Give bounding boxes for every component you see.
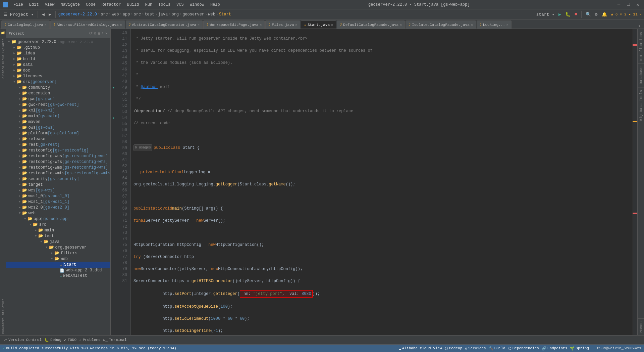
structure-tab[interactable]: Structure bbox=[1, 297, 6, 316]
cloud-explorer-tab[interactable]: Alibaba Cloud Explorer bbox=[1, 37, 6, 80]
bottom-tab-debug[interactable]: 🐛 Debug bbox=[43, 337, 63, 343]
codeup-item[interactable]: ⬡ Codeup bbox=[445, 346, 463, 351]
menu-help[interactable]: Help bbox=[208, 2, 223, 8]
tree-item-src[interactable]: ▼ 📂 src [geoserver] bbox=[6, 79, 110, 85]
tree-item-wcs[interactable]: ▶ 📂 wcs [gs-wcs] bbox=[6, 187, 110, 193]
expand-all-btn[interactable]: ⇅ bbox=[98, 31, 100, 36]
tree-item-app[interactable]: ▼ 📂 app [gs-web-app] bbox=[6, 216, 110, 222]
tab-catalogimpl[interactable]: J CatalogImpl.java ✕ bbox=[1, 20, 50, 29]
tree-item-build[interactable]: ▶ 📂 build bbox=[6, 56, 110, 62]
database-panel-tab[interactable]: Database bbox=[638, 63, 644, 87]
annotation-error-1[interactable] bbox=[633, 44, 637, 46]
settings-button[interactable]: ⚙ bbox=[594, 11, 599, 18]
maximize-button[interactable]: □ bbox=[625, 1, 632, 8]
tab-close[interactable]: ✕ bbox=[471, 23, 473, 27]
tree-item-security[interactable]: ▶ 📂 security [gs-security] bbox=[6, 176, 110, 182]
tree-item-data[interactable]: ▶ 📂 data bbox=[6, 62, 110, 68]
tree-item-rest[interactable]: ▶ 📂 rest [gs-rest] bbox=[6, 142, 110, 147]
tab-close[interactable]: ✕ bbox=[260, 23, 262, 27]
collapse-all-btn[interactable]: ↕ bbox=[102, 31, 104, 36]
tab-isolatedcatalogfacade[interactable]: J IsolatedCatalogFacade.java ✕ bbox=[406, 20, 476, 29]
endpoints-item[interactable]: 🔗 Endpoints bbox=[542, 346, 567, 351]
tree-item-restconfig[interactable]: ▶ 📂 restconfig [gs-restconfig] bbox=[6, 147, 110, 153]
tree-item-restconfig-wms[interactable]: ▶ 📂 restconfig-wms [gs-restconfig-wms] bbox=[6, 165, 110, 170]
bottom-tab-terminal[interactable]: ▶_ Terminal bbox=[102, 337, 128, 343]
breadcrumb-part-3[interactable]: web bbox=[112, 12, 119, 17]
tree-item-gwc-rest[interactable]: ▶ 📂 gwc-rest [gs-gwc-rest] bbox=[6, 102, 110, 107]
breadcrumb-part-7[interactable]: java bbox=[158, 12, 168, 17]
tree-item-ows[interactable]: ▶ 📂 ows [gs-ows] bbox=[6, 125, 110, 130]
tree-item-kml[interactable]: ▶ 📂 kml [gs-kml] bbox=[6, 107, 110, 113]
tree-item-org-geoserver[interactable]: ▼ 📂 org.geoserver bbox=[6, 245, 110, 250]
stop-button[interactable]: ■ bbox=[573, 11, 579, 17]
tree-item-idea[interactable]: ▶ 📂 .idea bbox=[6, 50, 110, 56]
tree-item-filters[interactable]: ▶ 📂 filters bbox=[6, 250, 110, 256]
notifications-button[interactable]: 🔔 bbox=[600, 11, 608, 18]
tree-item-github[interactable]: ▶ 📂 .github bbox=[6, 45, 110, 50]
gutter-54[interactable]: ▶ bbox=[111, 115, 117, 121]
usages-badge[interactable]: 6 usages bbox=[133, 144, 152, 151]
breadcrumb-part-6[interactable]: test bbox=[145, 12, 154, 17]
toolbar-back[interactable]: ◀ bbox=[41, 11, 46, 18]
tree-item-java[interactable]: ▼ 📂 java bbox=[6, 239, 110, 245]
menu-vcs[interactable]: VCS bbox=[174, 2, 186, 8]
tree-item-app-src[interactable]: ▼ 📂 src bbox=[6, 222, 110, 227]
tree-item-app-test[interactable]: ▼ 📂 test bbox=[6, 233, 110, 239]
menu-tools[interactable]: Tools bbox=[156, 2, 173, 8]
window-controls[interactable]: ─ □ ✕ bbox=[615, 1, 641, 8]
menu-file[interactable]: File bbox=[11, 2, 26, 8]
tree-item-main[interactable]: ▶ 📂 main [gs-main] bbox=[6, 113, 110, 119]
dependencies-item[interactable]: ⬡ Dependencies bbox=[508, 346, 539, 351]
tab-close[interactable]: ✕ bbox=[506, 23, 508, 27]
tab-close[interactable]: ✕ bbox=[198, 23, 200, 27]
breadcrumb-part-5[interactable]: src bbox=[134, 12, 141, 17]
run-config-dropdown[interactable]: start ▾ bbox=[535, 11, 556, 18]
build-item[interactable]: 🔨 Build bbox=[489, 346, 505, 351]
tab-more[interactable]: ▾ bbox=[636, 24, 643, 29]
tree-item-web-inner[interactable]: ▼ 📂 web bbox=[6, 256, 110, 262]
services-item[interactable]: ⚙ Services bbox=[465, 346, 486, 351]
tree-item-dtd[interactable]: ▶ 📄 web-app_2_3.dtd bbox=[6, 268, 110, 273]
settings-btn[interactable]: ⚙ bbox=[94, 31, 96, 36]
tab-close[interactable]: ✕ bbox=[295, 23, 297, 27]
bigdata-panel-tab[interactable]: Big Data Tools bbox=[638, 87, 644, 124]
project-tab[interactable]: 📁 bbox=[1, 29, 6, 37]
tree-item-platform[interactable]: ▶ 📂 platform [gs-platform] bbox=[6, 130, 110, 136]
tree-item-extension[interactable]: ▶ 📂 extension bbox=[6, 90, 110, 96]
project-dropdown[interactable]: ☰ Project ▾ bbox=[2, 11, 35, 18]
breadcrumb-part-11[interactable]: Start bbox=[219, 12, 231, 17]
close-button[interactable]: ✕ bbox=[635, 1, 641, 8]
tree-item-restconfig-wmts[interactable]: ▶ 📂 restconfig-wmts [gs-restconfig-wmts] bbox=[6, 170, 110, 176]
tab-abstractfilteredcatalog[interactable]: J AbstractFilteredCatalog.java ✕ bbox=[50, 20, 125, 29]
tree-item-restconfig-wfs[interactable]: ▶ 📂 restconfig-wfs [gs-restconfig-wfs] bbox=[6, 159, 110, 165]
tab-close[interactable]: ✕ bbox=[400, 23, 402, 27]
tree-item-target[interactable]: ▶ 📂 target bbox=[6, 182, 110, 187]
tab-abstractcatalogdecorator[interactable]: J AbstractCatalogDecorator.java ✕ bbox=[126, 20, 203, 29]
tab-locking[interactable]: J Locking... ✕ bbox=[477, 20, 512, 29]
breadcrumb-part-2[interactable]: src bbox=[101, 12, 108, 17]
search-everywhere[interactable]: 🔍 bbox=[584, 11, 592, 18]
menu-code[interactable]: Code bbox=[83, 2, 98, 8]
tree-item-maven[interactable]: ▶ 📂 maven bbox=[6, 119, 110, 125]
breadcrumb-part-1[interactable]: geoserver-2.22.0 bbox=[58, 12, 97, 17]
tree-item-wcs10[interactable]: ▶ 📂 wcs1_0 [gs-wcs1_0] bbox=[6, 193, 110, 199]
tree-item-wcs11[interactable]: ▶ 📂 wcs1_1 [gs-wcs1_1] bbox=[6, 199, 110, 205]
gutter-49[interactable]: ▶ bbox=[111, 85, 117, 91]
tab-workspaceeditpage[interactable]: J WorkspaceEditPage.java ✕ bbox=[203, 20, 265, 29]
tree-item-app-main[interactable]: ▶ 📂 main bbox=[6, 227, 110, 233]
code-content[interactable]: * Jetty starter, will run geoserver insi… bbox=[131, 29, 633, 335]
bookmarks-tab[interactable]: Bookmarks bbox=[1, 316, 6, 335]
debug-button[interactable]: 🐛 bbox=[564, 11, 572, 18]
bottom-tab-problems[interactable]: ⚠ Problems bbox=[78, 337, 102, 343]
tab-defaultcatalogfacade[interactable]: J DefaultCatalogFacade.java ✕ bbox=[337, 20, 405, 29]
toolbar-forward[interactable]: ▶ bbox=[47, 11, 53, 18]
tree-item-web[interactable]: ▼ 📂 web bbox=[6, 210, 110, 216]
close-panel-btn[interactable]: ✕ bbox=[105, 31, 108, 36]
menu-navigate[interactable]: Navigate bbox=[58, 2, 83, 8]
tree-item-webxmltest[interactable]: ▶ ☕ WebXmlTest bbox=[6, 273, 110, 278]
alibaba-cloud-view[interactable]: ☁ Alibaba Cloud View bbox=[399, 346, 442, 351]
panel-tools[interactable]: ⟳ ⚙ ⇅ ↕ ✕ bbox=[89, 31, 108, 36]
tab-start[interactable]: ☕ Start.java ✕ bbox=[301, 20, 336, 29]
sync-btn[interactable]: ⟳ bbox=[89, 31, 93, 36]
minimize-button[interactable]: ─ bbox=[615, 1, 622, 8]
